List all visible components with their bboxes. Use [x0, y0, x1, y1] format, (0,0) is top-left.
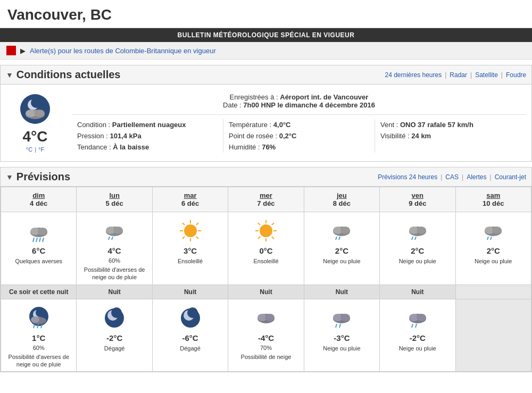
svg-point-54 — [492, 227, 502, 234]
night-label-1: Nuit — [77, 285, 152, 299]
link-radar[interactable]: Radar — [450, 71, 467, 79]
day-header-5: ven 9 déc — [380, 187, 455, 212]
link-cas[interactable]: CAS — [445, 173, 459, 181]
night-label-2: Nuit — [152, 285, 228, 299]
svg-point-93 — [419, 324, 421, 327]
day-content-0: 6°C Quelques averses — [1, 212, 77, 285]
link-24h[interactable]: 24 dernières heures — [385, 71, 442, 79]
svg-point-57 — [494, 238, 496, 240]
svg-line-91 — [412, 324, 413, 328]
link-alertes[interactable]: Alertes — [467, 173, 486, 181]
night-desc-5: Neige ou pluie — [382, 345, 453, 352]
svg-point-63 — [31, 316, 39, 323]
svg-line-48 — [412, 237, 413, 240]
night-temp-5: -2°C — [382, 333, 453, 342]
svg-point-77 — [264, 324, 267, 327]
page-title: Vancouver, BC — [0, 0, 532, 28]
conditions-links: 24 dernières heures | Radar | Satellite … — [385, 71, 526, 79]
collapse-triangle-icon-2: ▼ — [6, 173, 13, 181]
forecast-table: dim 4 déc lun 5 déc mar 6 déc mer 7 déc … — [1, 187, 531, 372]
svg-point-19 — [118, 237, 120, 239]
humidity-value: 76% — [262, 143, 276, 151]
forecast-day-row: 6°C Quelques averses 4°C 60% Possibilité… — [1, 212, 531, 285]
night-temp-4: -3°C — [306, 333, 377, 342]
link-foudre[interactable]: Foudre — [506, 71, 526, 79]
conditions-details: Enregistrées à : Aéroport int. de Vancou… — [72, 90, 526, 153]
previsions-header: ▼ Prévisions Prévisions 24 heures | CAS … — [1, 168, 531, 187]
day-content-2: 3°C Ensoleillé — [152, 212, 228, 285]
day-icon-4 — [328, 218, 355, 244]
night-precip-3: 70% — [230, 345, 301, 351]
conditions-section: ▼ Conditions actuelles 24 dernières heur… — [0, 65, 532, 162]
svg-point-5 — [34, 110, 45, 117]
recorded-location: Aéroport int. de Vancouver — [280, 93, 368, 101]
conditions-data-cols: Condition : Partiellement nuageux Pressi… — [72, 115, 526, 153]
day-content-4: 2°C Neige ou pluie — [304, 212, 379, 285]
day-name-2: mar — [155, 191, 226, 199]
svg-point-79 — [262, 327, 265, 329]
unit-toggle: °C | °F — [26, 146, 44, 153]
svg-point-40 — [340, 227, 350, 234]
night-empty — [455, 285, 531, 299]
svg-line-28 — [182, 237, 185, 239]
alert-flag-icon — [6, 46, 16, 55]
day-name-3: mer — [230, 191, 301, 199]
night-icon-1 — [101, 305, 128, 331]
day-desc-0: Quelques averses — [3, 257, 74, 265]
night-content-1: -2°C Dégagé — [77, 299, 152, 372]
night-temp-2: -6°C — [155, 333, 226, 342]
day-content-1: 4°C 60% Possibilité d'averses de neige o… — [77, 212, 152, 285]
svg-point-8 — [38, 228, 47, 235]
svg-point-80 — [267, 327, 269, 329]
svg-line-55 — [487, 237, 488, 240]
svg-line-85 — [339, 324, 340, 328]
route-alert: ▶ Alerte(s) pour les routes de Colombie-… — [0, 42, 532, 60]
svg-point-18 — [115, 238, 117, 240]
day-date-2: 6 déc — [155, 199, 226, 207]
svg-line-37 — [258, 237, 260, 239]
fahrenheit-link[interactable]: °F — [38, 146, 44, 153]
svg-line-49 — [415, 237, 416, 240]
forecast-night-row: 1°C 60% Possibilité d'averses de neige o… — [1, 299, 531, 372]
celsius-link[interactable]: °C — [26, 146, 32, 153]
svg-point-44 — [345, 237, 347, 239]
svg-point-43 — [342, 238, 344, 240]
day-content-3: 0°C Ensoleillé — [228, 212, 304, 285]
day-header-2: mar 6 déc — [152, 187, 228, 212]
svg-line-16 — [109, 237, 110, 240]
night-icon-2 — [177, 305, 204, 331]
svg-point-86 — [343, 324, 346, 327]
day-name-0: dim — [3, 191, 74, 199]
svg-point-58 — [497, 237, 499, 239]
svg-point-72 — [187, 307, 198, 318]
link-courant-jet[interactable]: Courant-jet — [495, 173, 526, 181]
svg-point-83 — [340, 314, 350, 321]
day-content-6: 2°C Neige ou pluie — [455, 212, 531, 285]
day-precip-1: 60% — [79, 257, 149, 264]
night-header-row: Ce soir et cette nuit Nuit Nuit Nuit Nui… — [1, 285, 531, 299]
svg-line-92 — [415, 324, 417, 328]
day-date-0: 4 déc — [3, 199, 74, 207]
conditions-header: ▼ Conditions actuelles 24 dernières heur… — [1, 65, 531, 85]
day-header-4: jeu 8 déc — [304, 187, 379, 212]
conditions-title: ▼ Conditions actuelles — [6, 69, 120, 81]
svg-line-26 — [196, 237, 198, 239]
route-alert-link[interactable]: Alerte(s) pour les routes de Colombie-Br… — [30, 47, 216, 55]
conditions-col-3: Vent : ONO 37 rafale 57 km/h Visibilité … — [375, 119, 526, 153]
svg-point-50 — [418, 238, 420, 240]
svg-point-61 — [36, 308, 44, 317]
svg-point-75 — [265, 314, 275, 321]
svg-line-41 — [336, 237, 337, 240]
link-satellite[interactable]: Satellite — [475, 71, 498, 79]
day-desc-5: Neige ou pluie — [382, 257, 453, 265]
svg-line-9 — [33, 238, 34, 242]
day-date-1: 5 déc — [79, 199, 149, 207]
night-temp-1: -2°C — [79, 333, 149, 342]
svg-point-78 — [269, 323, 271, 326]
link-prev24h[interactable]: Prévisions 24 heures — [378, 173, 437, 181]
day-temp-6: 2°C — [458, 246, 529, 255]
recorded-date: 7h00 HNP le dimanche 4 décembre 2016 — [243, 101, 375, 109]
night-icon-3 — [253, 305, 279, 331]
day-name-5: ven — [382, 191, 453, 199]
night-icon-5 — [404, 305, 431, 331]
